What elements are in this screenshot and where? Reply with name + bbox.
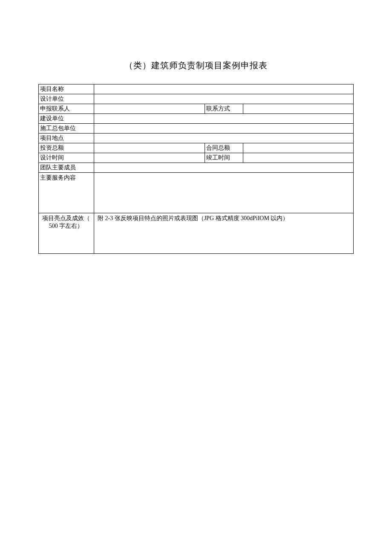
value-construction-unit: [94, 114, 354, 124]
value-project-name: [94, 84, 354, 94]
value-total-investment: [94, 143, 205, 153]
label-construction-unit: 建设单位: [39, 114, 94, 124]
label-highlights: 项目亮点及成效（ 500 字左右）: [39, 213, 94, 254]
value-contact-method: [243, 104, 354, 114]
label-design-time: 设计时间: [39, 153, 94, 163]
value-team-members: [94, 163, 354, 173]
table-row: 主要服务内容: [39, 173, 354, 213]
table-row: 建设单位: [39, 114, 354, 124]
table-row: 项目名称: [39, 84, 354, 94]
label-highlights-line1: 项目亮点及成效（: [42, 215, 90, 221]
label-project-name: 项目名称: [39, 84, 94, 94]
value-applicant: [94, 104, 205, 114]
value-design-unit: [94, 94, 354, 104]
label-team-members: 团队主要成员: [39, 163, 94, 173]
label-general-contractor: 施工总包单位: [39, 124, 94, 134]
table-row: 设计时间 竣工时间: [39, 153, 354, 163]
label-contact-method: 联系方式: [205, 104, 243, 114]
label-project-location: 项目地点: [39, 134, 94, 143]
label-highlights-line2: 500 字左右）: [49, 223, 84, 229]
value-highlights: 附 2-3 张反映项目特点的照片或表现图（JPG 格式精度 300dPiIOM …: [94, 213, 354, 254]
label-applicant: 申报联系人: [39, 104, 94, 114]
form-title: （类）建筑师负责制项目案例申报表: [38, 60, 354, 71]
label-total-investment: 投资总额: [39, 143, 94, 153]
application-form-table: 项目名称 设计单位 申报联系人 联系方式 建设单位 施工总包单位 项目地点 投资…: [38, 84, 354, 254]
table-row: 施工总包单位: [39, 124, 354, 134]
table-row: 项目亮点及成效（ 500 字左右） 附 2-3 张反映项目特点的照片或表现图（J…: [39, 213, 354, 254]
label-completion-time: 竣工时间: [205, 153, 243, 163]
table-row: 项目地点: [39, 134, 354, 143]
table-row: 投资总额 合同总额: [39, 143, 354, 153]
value-contract-total: [243, 143, 354, 153]
label-design-unit: 设计单位: [39, 94, 94, 104]
label-service-content: 主要服务内容: [39, 173, 94, 213]
table-row: 申报联系人 联系方式: [39, 104, 354, 114]
value-design-time: [94, 153, 205, 163]
value-general-contractor: [94, 124, 354, 134]
value-completion-time: [243, 153, 354, 163]
value-service-content: [94, 173, 354, 213]
table-row: 设计单位: [39, 94, 354, 104]
label-contract-total: 合同总额: [205, 143, 243, 153]
table-row: 团队主要成员: [39, 163, 354, 173]
value-project-location: [94, 134, 354, 143]
